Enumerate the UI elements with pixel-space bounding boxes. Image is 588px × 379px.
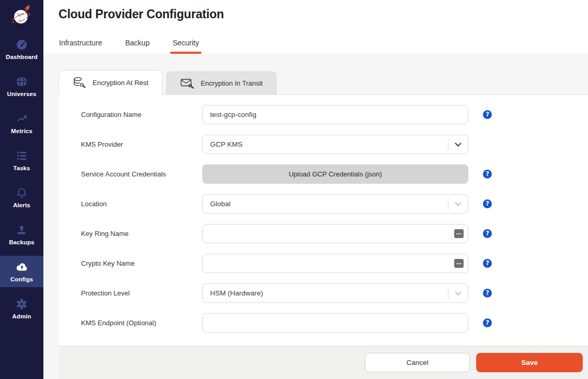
main-area: Cloud Provider Configuration Infrastruct… xyxy=(43,0,588,379)
sidebar-item-label: Dashboard xyxy=(6,54,38,60)
planet-rocket-logo-icon xyxy=(10,3,34,30)
sidebar-item-label: Configs xyxy=(10,276,33,282)
help-icon[interactable]: ? xyxy=(483,289,492,298)
help-icon[interactable]: ? xyxy=(483,110,492,119)
sidebar-item-configs[interactable]: Configs xyxy=(0,256,43,287)
sidebar-item-label: Metrics xyxy=(11,128,32,134)
sidebar-item-label: Universes xyxy=(7,91,37,97)
configuration-name-label: Configuration Name xyxy=(81,111,202,119)
page-title: Cloud Provider Configuration xyxy=(59,7,588,21)
location-label: Location xyxy=(81,200,202,208)
sidebar-item-admin[interactable]: Admin xyxy=(0,293,43,324)
chart-icon xyxy=(16,113,28,125)
chevron-down-icon xyxy=(448,202,468,206)
form-row: KMS Endpoint (Optional) ? xyxy=(81,313,588,333)
sidebar-item-label: Admin xyxy=(12,313,31,319)
tab-backup[interactable]: Backup xyxy=(124,39,150,54)
sidebar-item-label: Alerts xyxy=(13,202,30,208)
gauge-icon xyxy=(16,39,28,51)
form-action-bar: Cancel Save xyxy=(59,346,588,379)
subtab-label: Encryption At Rest xyxy=(93,79,148,87)
cloud-upload-icon xyxy=(16,261,28,274)
subtab-encryption-at-rest[interactable]: Encryption At Rest xyxy=(59,70,163,95)
bell-icon xyxy=(16,187,28,199)
ellipsis-icon[interactable]: ••• xyxy=(454,259,464,268)
kms-provider-label: KMS Provider xyxy=(81,140,202,148)
upload-drive-icon xyxy=(16,224,28,236)
form-row: KMS Provider GCP KMS xyxy=(81,135,588,154)
kms-provider-select[interactable]: GCP KMS xyxy=(202,135,468,154)
chevron-down-icon xyxy=(448,143,468,147)
gear-icon xyxy=(16,298,28,311)
mail-key-icon xyxy=(180,78,195,89)
help-icon[interactable]: ? xyxy=(483,259,492,268)
security-tab-content: Encryption At Rest Encryption In Transit… xyxy=(43,54,588,379)
kms-endpoint-label: KMS Endpoint (Optional) xyxy=(81,319,202,327)
form-row: Configuration Name ? xyxy=(81,105,588,124)
ellipsis-icon[interactable]: ••• xyxy=(454,229,464,238)
protection-level-label: Protection Level xyxy=(81,289,202,297)
sidebar-item-label: Backups xyxy=(9,239,34,245)
top-tab-bar: Infrastructure Backup Security xyxy=(59,39,200,54)
database-key-icon xyxy=(73,77,87,89)
help-icon[interactable]: ? xyxy=(483,199,492,208)
crypto-key-name-input[interactable] xyxy=(202,254,468,273)
cancel-button[interactable]: Cancel xyxy=(365,353,470,372)
protection-level-select[interactable]: HSM (Hardware) xyxy=(202,283,468,303)
encryption-subtab-bar: Encryption At Rest Encryption In Transit xyxy=(43,70,588,94)
save-button[interactable]: Save xyxy=(476,353,583,372)
protection-level-value: HSM (Hardware) xyxy=(210,289,448,297)
help-icon[interactable]: ? xyxy=(483,170,492,179)
subtab-label: Encryption In Transit xyxy=(201,79,263,87)
sidebar-item-universes[interactable]: Universes xyxy=(0,70,43,102)
form-row: Protection Level HSM (Hardware) ? xyxy=(81,283,588,303)
location-select[interactable]: Global xyxy=(202,194,468,214)
chevron-down-icon xyxy=(448,291,468,295)
sidebar-item-tasks[interactable]: Tasks xyxy=(0,145,43,176)
kms-provider-value: GCP KMS xyxy=(210,140,448,148)
form-row: Key Ring Name ••• ? xyxy=(81,224,588,243)
page-header: Cloud Provider Configuration Infrastruct… xyxy=(43,0,588,54)
upload-gcp-credentials-button[interactable]: Upload GCP Credentials (json) xyxy=(202,164,468,184)
location-value: Global xyxy=(210,200,448,208)
kms-endpoint-input[interactable] xyxy=(202,313,468,333)
crypto-key-name-label: Crypto Key Name xyxy=(81,259,202,267)
sidebar-item-label: Tasks xyxy=(13,165,30,171)
sidebar-item-dashboard[interactable]: Dashboard xyxy=(0,33,43,65)
kms-config-form: Configuration Name ? KMS Provider GCP KM… xyxy=(59,95,588,343)
help-icon[interactable]: ? xyxy=(483,318,492,327)
form-row: Crypto Key Name ••• ? xyxy=(81,254,588,273)
tab-infrastructure[interactable]: Infrastructure xyxy=(59,39,102,54)
sidebar-item-backups[interactable]: Backups xyxy=(0,219,43,250)
tab-security[interactable]: Security xyxy=(172,39,200,54)
encryption-at-rest-panel: Configuration Name ? KMS Provider GCP KM… xyxy=(59,94,588,379)
subtab-encryption-in-transit[interactable]: Encryption In Transit xyxy=(166,72,277,94)
key-ring-name-label: Key Ring Name xyxy=(81,230,202,238)
app-logo[interactable] xyxy=(0,0,43,33)
list-icon xyxy=(16,150,28,162)
sidebar-item-alerts[interactable]: Alerts xyxy=(0,182,43,213)
configuration-name-input[interactable] xyxy=(202,105,468,124)
form-row: Service Account Credentials Upload GCP C… xyxy=(81,164,588,184)
sidebar: Dashboard Universes Metrics Tasks xyxy=(0,0,43,379)
service-account-credentials-label: Service Account Credentials xyxy=(81,170,202,178)
form-row: Location Global ? xyxy=(81,194,588,214)
globe-icon xyxy=(16,76,28,88)
key-ring-name-input[interactable] xyxy=(202,224,468,243)
sidebar-item-metrics[interactable]: Metrics xyxy=(0,108,43,139)
help-icon[interactable]: ? xyxy=(483,229,492,238)
